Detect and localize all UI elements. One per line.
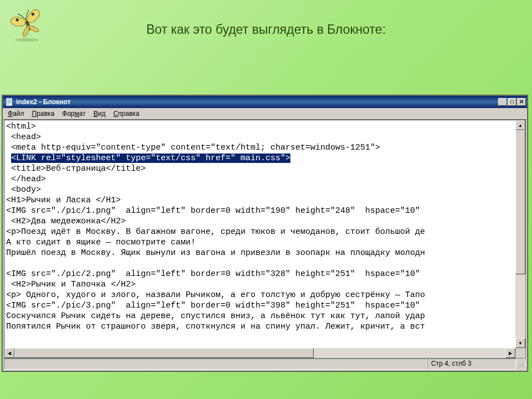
grip-icon (518, 361, 525, 369)
minimize-button[interactable]: _ (498, 98, 507, 106)
statusbar: Стр 4, стлб 3 (4, 359, 526, 370)
arrow-down-icon: ▼ (518, 341, 523, 346)
close-button[interactable]: ✕ (517, 98, 526, 106)
resize-grip[interactable] (516, 359, 526, 370)
horizontal-scrollbar[interactable]: ◀ ▶ (4, 348, 515, 358)
scroll-up-button[interactable]: ▲ (515, 120, 525, 130)
arrow-up-icon: ▲ (518, 123, 523, 128)
notepad-window: index2 - Блокнот _ □ ✕ Файл Правка Форма… (2, 95, 528, 371)
arrow-right-icon: ▶ (509, 351, 512, 356)
scroll-down-button[interactable]: ▼ (515, 338, 525, 348)
scroll-corner (515, 348, 525, 358)
menu-edit[interactable]: Правка (28, 109, 59, 118)
menu-help[interactable]: Справка (109, 109, 143, 118)
status-cursor-position: Стр 4, стлб 3 (427, 359, 516, 370)
slide-title: Вот как это будет выглядеть в Блокноте: (0, 22, 532, 37)
maximize-button[interactable]: □ (508, 98, 516, 106)
scroll-left-button[interactable]: ◀ (4, 348, 14, 358)
notepad-icon (5, 98, 14, 106)
svg-point-3 (15, 38, 39, 42)
arrow-left-icon: ◀ (8, 351, 11, 356)
window-title: index2 - Блокнот (16, 98, 498, 106)
menu-view[interactable]: Вид (90, 109, 110, 118)
horizontal-scroll-track[interactable] (14, 348, 505, 358)
menu-format[interactable]: Формат (58, 109, 90, 118)
vertical-scrollbar[interactable]: ▲ ▼ (515, 120, 525, 348)
menubar: Файл Правка Формат Вид Справка (3, 108, 527, 120)
vertical-scroll-track[interactable] (515, 130, 525, 338)
menu-file[interactable]: Файл (4, 109, 28, 118)
scroll-right-button[interactable]: ▶ (505, 348, 515, 358)
status-pane-main (4, 359, 427, 370)
titlebar[interactable]: index2 - Блокнот _ □ ✕ (3, 96, 527, 108)
text-editor[interactable]: <html> <head> <meta http-equiv="content-… (4, 120, 515, 348)
vertical-scroll-thumb[interactable] (515, 130, 525, 274)
window-controls: _ □ ✕ (498, 98, 526, 106)
client-area: <html> <head> <meta http-equiv="content-… (4, 120, 526, 359)
slide-background: Вот как это будет выглядеть в Блокноте: … (0, 0, 532, 399)
text-selection: <LINK rel="stylesheet" type="text/css" h… (11, 154, 290, 163)
text-after-selection: <title>Веб-страница</title> </head> <bod… (6, 164, 425, 331)
horizontal-scroll-thumb[interactable] (14, 348, 314, 358)
